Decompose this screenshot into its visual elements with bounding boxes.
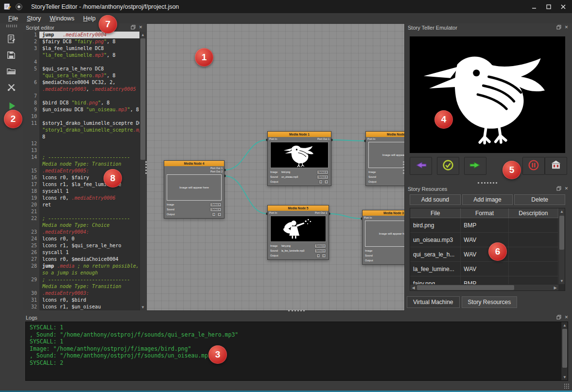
toolbar-drag-handle[interactable] xyxy=(6,25,17,27)
output-select-button[interactable]: ▾ xyxy=(319,180,323,184)
select-image-button[interactable]: Select ▾ xyxy=(210,203,222,207)
column-header-file[interactable]: File xyxy=(410,208,461,218)
scroll-down-arrow[interactable]: ▼ xyxy=(559,278,565,284)
code-line[interactable]: 19lcons r0, .mediaEntry0006 xyxy=(23,195,139,202)
log-output[interactable]: SYSCALL: 1, Sound: "/home/anthony/ostpro… xyxy=(25,322,568,381)
next-button[interactable] xyxy=(464,157,486,175)
code-line[interactable]: 10 xyxy=(23,113,139,120)
tab-virtual-machine[interactable]: Virtual Machine xyxy=(407,296,460,308)
media-node[interactable]: Media Node 5Port InPort Out 1Imagefairy.… xyxy=(267,205,329,260)
output-select-button[interactable]: ▾ xyxy=(316,254,321,258)
minimize-button[interactable] xyxy=(528,2,540,12)
column-header-format[interactable]: Format xyxy=(461,208,508,218)
code-line[interactable]: 11$story1_drako_luminelle_sceptre DC8 "s… xyxy=(23,120,139,140)
float-panel-icon[interactable] xyxy=(556,315,561,320)
menu-story[interactable]: Story xyxy=(22,14,45,23)
select-sound-button[interactable]: Select ▾ xyxy=(317,175,329,179)
table-hscroll-thumb[interactable] xyxy=(417,285,514,290)
scroll-right-arrow[interactable]: ▶ xyxy=(552,285,558,291)
close-panel-icon[interactable]: ✕ xyxy=(138,25,143,30)
menu-file[interactable]: File xyxy=(4,14,22,23)
port-in-label[interactable]: Port In xyxy=(269,211,277,215)
code-line[interactable]: 32lcons r1, $un_oiseau xyxy=(23,304,139,310)
add-sound-button[interactable]: Add sound xyxy=(410,194,461,205)
table-row[interactable]: fairy.pngBMP xyxy=(410,276,558,284)
code-line[interactable]: 15.mediaEntry0005: xyxy=(23,168,139,174)
scroll-down-arrow[interactable]: ▼ xyxy=(140,304,146,310)
maximize-button[interactable] xyxy=(543,2,555,12)
clean-button[interactable] xyxy=(4,80,19,96)
code-line[interactable]: 3$la_fee_luminelle DC8 "la_fee_luminelle… xyxy=(23,45,139,59)
code-line[interactable]: 17lcons r1, $la_fee_luminelle xyxy=(23,181,139,188)
code-line[interactable]: 18syscall 1 xyxy=(23,188,139,195)
scroll-down-arrow[interactable]: ▼ xyxy=(562,374,568,380)
logs-scroll-thumb[interactable] xyxy=(562,329,567,368)
tab-story-resources[interactable]: Story Resources xyxy=(462,296,518,308)
float-panel-icon[interactable] xyxy=(130,25,136,30)
previous-button[interactable] xyxy=(410,157,432,175)
code-line[interactable]: 5$qui_sera_le_hero DC8 "qui_sera_le_hero… xyxy=(23,66,139,79)
scroll-up-arrow[interactable]: ▲ xyxy=(140,32,146,38)
node-title[interactable]: Media Node 2 xyxy=(366,132,405,137)
port-in-label[interactable]: Port In xyxy=(367,137,375,141)
code-line[interactable]: 27lcons r0, $mediaChoice0004 xyxy=(23,256,139,263)
table-row[interactable]: un_oiseau.mp3WAV xyxy=(410,233,558,247)
home-button[interactable] xyxy=(545,157,567,175)
media-node[interactable]: Media Node 1Port InPort Out 1Imagebird.p… xyxy=(267,131,331,186)
output-select-button[interactable]: ▾ xyxy=(322,254,326,258)
column-header-description[interactable]: Description xyxy=(509,208,558,218)
code-line[interactable]: 14; ---------------------------- Media n… xyxy=(23,154,139,168)
code-line[interactable]: 26syscall 1 xyxy=(23,249,139,256)
splitter-handle[interactable] xyxy=(145,161,147,174)
add-image-button[interactable]: Add image xyxy=(462,194,513,205)
table-horizontal-scrollbar[interactable]: ◀ ▶ xyxy=(410,284,558,290)
node-title[interactable]: Media Node 1 xyxy=(268,132,331,137)
output-select-button[interactable]: ▾ xyxy=(212,212,216,217)
splitter-handle[interactable] xyxy=(478,182,497,184)
open-button[interactable] xyxy=(4,64,19,80)
code-line[interactable]: 21 xyxy=(23,208,139,215)
port-out-label[interactable]: Port Out 1 xyxy=(315,211,327,215)
splitter-handle[interactable] xyxy=(288,310,305,312)
node-title[interactable]: Media Node 3 xyxy=(363,210,405,216)
code-line[interactable]: 20ret xyxy=(23,202,139,208)
select-image-button[interactable]: Select ▾ xyxy=(314,244,326,248)
code-line[interactable]: 1jump .mediaEntry0004 xyxy=(23,32,139,38)
script-editor[interactable]: 1jump .mediaEntry00042$fairy DC8 "fairy.… xyxy=(23,32,146,310)
media-node[interactable]: Media Node 4Port Out 1Port Out 2Image wi… xyxy=(164,160,225,219)
table-vertical-scrollbar[interactable]: ▲ ▼ xyxy=(558,208,565,284)
port-out-label[interactable]: Port Out 1Port Out 2 xyxy=(210,167,223,173)
media-node[interactable]: Media Node 3Port InImage will appear her… xyxy=(362,210,405,265)
select-sound-button[interactable]: Select ▾ xyxy=(314,249,326,253)
scroll-left-arrow[interactable]: ◀ xyxy=(410,285,416,291)
close-panel-icon[interactable]: ✕ xyxy=(564,315,569,320)
code-line[interactable]: 7 xyxy=(23,93,139,100)
code-line[interactable]: 6$mediaChoice0004 DC32, 2, .mediaEntry00… xyxy=(23,79,139,93)
splitter-handle[interactable] xyxy=(403,161,405,174)
output-select-button[interactable]: ▾ xyxy=(324,180,329,184)
node-title[interactable]: Media Node 4 xyxy=(164,161,224,166)
code-line[interactable]: 12 xyxy=(23,140,139,147)
code-line[interactable]: 24lcons r0, 0 xyxy=(23,236,139,242)
logs-vertical-scrollbar[interactable]: ▲ ▼ xyxy=(561,322,568,380)
float-panel-icon[interactable] xyxy=(556,25,561,30)
code-line[interactable]: 13 xyxy=(23,147,139,154)
editor-scroll-thumb[interactable] xyxy=(140,38,145,160)
menu-windows[interactable]: Windows xyxy=(45,14,79,23)
code-line[interactable]: 8$bird DC8 "bird.png", 8 xyxy=(23,100,139,106)
close-button[interactable] xyxy=(557,2,569,12)
close-panel-icon[interactable]: ✕ xyxy=(564,186,569,191)
code-line[interactable]: 9$un_oiseau DC8 "un_oiseau.mp3", 8 xyxy=(23,106,139,113)
node-graph-canvas[interactable]: Media Node 4Port Out 1Port Out 2Image wi… xyxy=(146,23,405,311)
code-line[interactable]: 22; ---------------------------- Media n… xyxy=(23,215,139,229)
table-scroll-thumb[interactable] xyxy=(559,216,564,250)
table-row[interactable]: bird.pngBMP xyxy=(410,218,558,233)
table-row[interactable]: la_fee_lumine...WAV xyxy=(410,262,558,276)
code-line[interactable]: 2$fairy DC8 "fairy.png", 8 xyxy=(23,38,139,45)
port-in-label[interactable]: Port In xyxy=(269,137,277,141)
port-in-label[interactable]: Port In xyxy=(364,216,372,220)
float-panel-icon[interactable] xyxy=(556,186,561,191)
new-script-button[interactable] xyxy=(4,32,19,48)
code-line[interactable]: 28jump .media ; no return possible, so a… xyxy=(23,263,139,276)
code-line[interactable]: 4 xyxy=(23,59,139,66)
